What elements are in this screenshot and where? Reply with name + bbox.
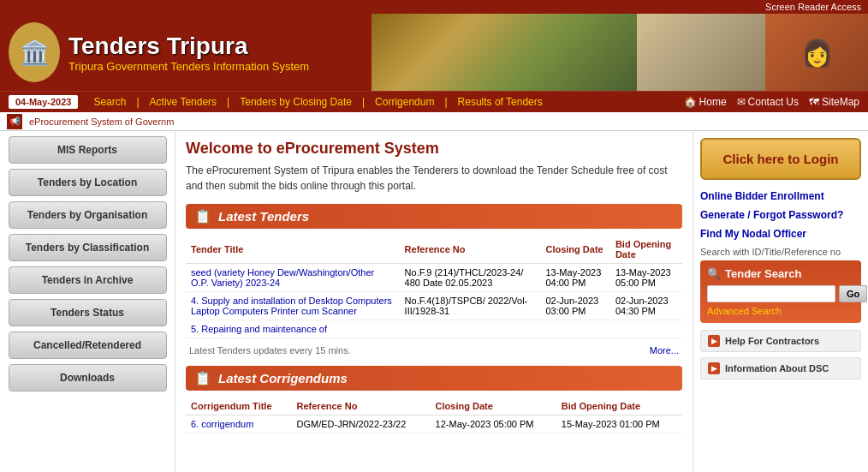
corrigendum-title-0[interactable]: 6. corrigendum [191,419,253,429]
corrigendum-closing-0: 12-May-2023 05:00 PM [431,415,556,433]
table-row: seed (variety Honey Dew/Washington/Other… [186,264,682,292]
col-corrigendum-closing: Closing Date [431,397,556,415]
nav-home[interactable]: 🏠 Home [684,96,727,108]
nav-contact[interactable]: ✉ Contact Us [737,96,799,108]
logo-emblem: 🏛️ [9,22,60,82]
login-button[interactable]: Click here to Login [700,138,861,180]
nav-closing-date[interactable]: Tenders by Closing Date [235,96,357,108]
home-icon: 🏠 [684,96,697,108]
corrigendum-bid-0: 15-May-2023 01:00 PM [556,415,682,433]
col-closing-date: Closing Date [540,236,609,264]
updates-text: Latest Tenders updates every 15 mins. [189,345,351,355]
top-bar: Screen Reader Access [0,0,868,14]
nav-right: 🏠 Home ✉ Contact Us 🗺 SiteMap [684,96,859,108]
sidebar-item-cancelled-retendered[interactable]: Cancelled/Retendered [9,332,167,359]
search-icon: 🔍 [707,267,721,280]
banner-image-1 [372,14,637,91]
tender-ref-0: No.F.9 (214)/THCL/2023-24/ 480 Date 02.0… [400,264,541,292]
dsc-label: Information About DSC [725,363,829,373]
nav-links: Search | Active Tenders | Tenders by Clo… [88,96,547,108]
tender-ref-2 [400,320,541,338]
tender-ref-1: No.F.4(18)/TSPCB/ 2022/Vol-III/1928-31 [400,292,541,320]
banner-image-2 [637,14,765,91]
tender-search-title: 🔍 Tender Search [707,267,854,280]
header-logo: 🏛️ Tenders Tripura Tripura Government Te… [9,22,309,82]
nav-left: 04-May-2023 Search | Active Tenders | Te… [9,95,548,109]
corrigendum-icon: 📋 [194,370,211,386]
tender-search-input[interactable] [707,285,835,302]
tender-title-0[interactable]: seed (variety Honey Dew/Washington/Other… [191,267,374,288]
latest-tenders-header: 📋 Latest Tenders [186,204,682,229]
help-for-contractors[interactable]: ▶ Help For Contractors [700,330,861,352]
help-icon: ▶ [708,335,720,347]
tender-search-box: 🔍 Tender Search Go Advanced Search [700,260,861,323]
forgot-password-link[interactable]: Generate / Forgot Password? [700,209,861,221]
nav-date: 04-May-2023 [9,95,78,109]
nav-search[interactable]: Search [88,96,131,108]
tender-closing-2 [540,320,609,338]
sidebar-item-mis-reports[interactable]: MIS Reports [9,136,167,164]
screen-reader-link[interactable]: Screen Reader Access [765,2,861,12]
col-bid-opening: Bid Opening Date [610,236,682,264]
nav-sitemap[interactable]: 🗺 SiteMap [809,96,859,108]
right-panel: Click here to Login Online Bidder Enroll… [693,131,868,472]
corrigendum-ref-0: DGM/ED-JRN/2022-23/22 [292,415,431,433]
latest-tenders-title: Latest Tenders [218,209,309,224]
latest-tenders-table: Tender Title Reference No Closing Date B… [186,236,682,338]
table-row: 4. Supply and installation of Desktop Co… [186,292,682,320]
col-corrigendum-bid: Bid Opening Date [556,397,682,415]
sidebar-item-tenders-classification[interactable]: Tenders by Classification [9,234,167,261]
site-title: Tenders Tripura [68,33,309,60]
online-bidder-enrollment-link[interactable]: Online Bidder Enrollment [700,190,861,202]
nav-bar: 04-May-2023 Search | Active Tenders | Te… [0,91,868,112]
updates-row: Latest Tenders updates every 15 mins. Mo… [186,344,682,357]
tender-closing-1: 02-Jun-2023 03:00 PM [540,292,609,320]
search-label: Search with ID/Title/Reference no [700,247,861,257]
info-about-dsc[interactable]: ▶ Information About DSC [700,357,861,379]
advanced-search-link[interactable]: Advanced Search [707,306,854,316]
col-corrigendum-ref: Reference No [292,397,431,415]
sidebar-item-tenders-status[interactable]: Tenders Status [9,299,167,326]
ticker-icon: 📢 [7,114,22,129]
header: 🏛️ Tenders Tripura Tripura Government Te… [0,14,868,91]
tender-title-1[interactable]: 4. Supply and installation of Desktop Co… [191,296,392,316]
welcome-text: The eProcurement System of Tripura enabl… [186,163,682,194]
latest-tenders-icon: 📋 [194,208,211,224]
site-subtitle: Tripura Government Tenders Information S… [68,60,309,73]
col-ref-no: Reference No [400,236,541,264]
table-row: 6. corrigendum DGM/ED-JRN/2022-23/22 12-… [186,415,682,433]
header-banner: 👩 [372,14,868,91]
tender-bid-0: 13-May-2023 05:00 PM [610,264,682,292]
banner-image-3: 👩 [765,14,868,91]
sidebar-item-downloads[interactable]: Downloads [9,364,167,391]
find-nodal-officer-link[interactable]: Find My Nodal Officer [700,228,861,240]
more-link[interactable]: More... [650,345,679,355]
nav-corrigendum[interactable]: Corrigendum [370,96,439,108]
sitemap-icon: 🗺 [809,96,819,108]
corrigendum-title: Latest Corrigendums [218,371,348,385]
help-contractors-label: Help For Contractors [725,336,819,346]
tender-title-2[interactable]: 5. Repairing and maintenance of [191,324,327,334]
sidebar-item-tenders-organisation[interactable]: Tenders by Organisation [9,201,167,229]
tender-closing-0: 13-May-2023 04:00 PM [540,264,609,292]
center-content: Welcome to eProcurement System The eProc… [175,131,693,472]
email-icon: ✉ [737,96,746,108]
nav-active-tenders[interactable]: Active Tenders [145,96,223,108]
ticker-text: eProcurement System of Governm [29,117,174,127]
col-tender-title: Tender Title [186,236,400,264]
sidebar-item-tenders-archive[interactable]: Tenders in Archive [9,266,167,294]
corrigendum-table: Corrigendum Title Reference No Closing D… [186,397,682,433]
go-button[interactable]: Go [839,285,867,302]
nav-results[interactable]: Results of Tenders [453,96,548,108]
tender-bid-1: 02-Jun-2023 04:30 PM [610,292,682,320]
sidebar-item-tenders-location[interactable]: Tenders by Location [9,169,167,196]
ticker-bar: 📢 eProcurement System of Governm [0,112,868,131]
search-row: Go [707,285,854,302]
sidebar: MIS Reports Tenders by Location Tenders … [0,131,175,472]
header-title: Tenders Tripura Tripura Government Tende… [68,33,309,73]
latest-corrigendums-header: 📋 Latest Corrigendums [186,366,682,391]
tender-bid-2 [610,320,682,338]
col-corrigendum-title: Corrigendum Title [186,397,292,415]
main-layout: MIS Reports Tenders by Location Tenders … [0,131,868,472]
welcome-title: Welcome to eProcurement System [186,140,682,158]
